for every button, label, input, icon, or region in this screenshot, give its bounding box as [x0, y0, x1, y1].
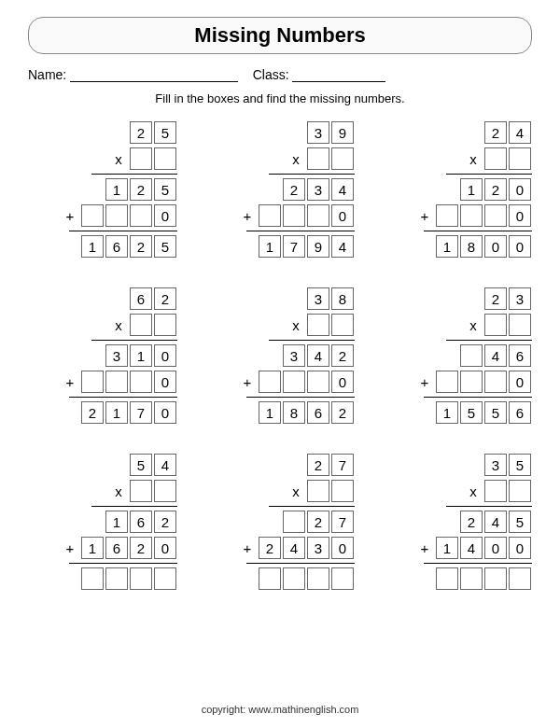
digit-cell[interactable]	[484, 371, 507, 393]
digit-cell[interactable]	[307, 314, 329, 336]
digit-cell[interactable]	[484, 314, 507, 336]
digit-cell: 4	[283, 537, 305, 559]
digit-cell[interactable]	[154, 480, 176, 502]
digit-cell: 0	[509, 537, 531, 559]
digit-cell[interactable]	[307, 480, 329, 502]
plus-op: +	[417, 208, 432, 224]
digit-cell: 1	[105, 401, 128, 424]
digit-cell[interactable]	[130, 204, 152, 227]
problem: 35x245+1400	[383, 451, 532, 593]
digit-cell[interactable]	[259, 204, 281, 227]
digit-cell: 0	[154, 401, 176, 424]
digit-cell[interactable]	[460, 567, 483, 590]
digit-cell[interactable]	[307, 147, 329, 170]
digit-cell: 2	[331, 344, 354, 367]
digit-cell: 0	[509, 235, 531, 258]
digit-cell[interactable]	[283, 511, 305, 533]
digit-cell[interactable]	[283, 567, 305, 590]
digit-cell: 0	[484, 235, 507, 258]
digit-cell: 6	[509, 344, 531, 367]
digit-cell: 3	[307, 537, 329, 559]
digit-cell[interactable]	[105, 204, 128, 227]
digit-cell[interactable]	[130, 371, 152, 393]
digit-cell[interactable]	[509, 567, 531, 590]
problem: 23x46+01556	[383, 285, 532, 427]
digit-cell[interactable]	[307, 371, 329, 393]
times-op: x	[111, 151, 126, 167]
name-field[interactable]	[70, 68, 238, 82]
digit-cell: 2	[154, 287, 176, 310]
digit-cell: 2	[484, 287, 507, 310]
digit-cell[interactable]	[331, 147, 354, 170]
digit-cell: 2	[130, 121, 152, 144]
digit-cell[interactable]	[154, 567, 176, 590]
digit-cell: 3	[509, 287, 531, 310]
digit-cell[interactable]	[130, 567, 152, 590]
digit-cell: 1	[436, 235, 458, 258]
digit-cell: 6	[105, 537, 128, 559]
digit-cell: 1	[436, 401, 458, 424]
digit-cell: 1	[130, 344, 152, 367]
digit-cell: 4	[509, 121, 531, 144]
digit-cell: 4	[307, 344, 329, 367]
meta-row: Name: Class:	[28, 67, 532, 82]
digit-cell[interactable]	[307, 567, 329, 590]
digit-cell[interactable]	[130, 147, 152, 170]
digit-cell[interactable]	[331, 314, 354, 336]
digit-cell[interactable]	[81, 204, 104, 227]
digit-cell: 7	[331, 454, 354, 476]
digit-cell[interactable]	[154, 314, 176, 336]
digit-cell: 7	[331, 511, 354, 533]
problem: 39x234+01794	[205, 119, 355, 260]
digit-cell: 2	[154, 511, 176, 533]
digit-cell[interactable]	[484, 204, 507, 227]
digit-cell[interactable]	[484, 147, 507, 170]
digit-cell[interactable]	[81, 567, 104, 590]
digit-cell: 5	[460, 401, 483, 424]
digit-cell[interactable]	[436, 204, 458, 227]
digit-cell: 2	[307, 511, 329, 533]
digit-cell: 3	[307, 121, 329, 144]
digit-cell[interactable]	[509, 480, 531, 502]
digit-cell[interactable]	[509, 314, 531, 336]
copyright: copyright: www.mathinenglish.com	[0, 704, 560, 715]
digit-cell[interactable]	[154, 147, 176, 170]
digit-cell: 6	[509, 401, 531, 424]
digit-cell[interactable]	[307, 204, 329, 227]
digit-cell: 5	[509, 511, 531, 533]
name-label: Name:	[28, 67, 66, 82]
digit-cell[interactable]	[130, 480, 152, 502]
times-op: x	[111, 317, 126, 333]
digit-cell[interactable]	[283, 371, 305, 393]
plus-op: +	[63, 540, 77, 556]
plus-op: +	[63, 208, 77, 224]
digit-cell[interactable]	[259, 371, 281, 393]
digit-cell[interactable]	[460, 344, 483, 367]
digit-cell: 2	[130, 178, 152, 201]
digit-cell[interactable]	[259, 567, 281, 590]
digit-cell[interactable]	[509, 147, 531, 170]
digit-cell[interactable]	[331, 567, 354, 590]
times-op: x	[288, 151, 303, 167]
digit-cell: 5	[509, 454, 531, 476]
digit-cell[interactable]	[105, 567, 128, 590]
digit-cell[interactable]	[81, 371, 104, 393]
digit-cell[interactable]	[331, 480, 354, 502]
digit-cell: 4	[331, 235, 354, 258]
class-field[interactable]	[292, 68, 385, 82]
digit-cell[interactable]	[130, 314, 152, 336]
digit-cell[interactable]	[484, 567, 507, 590]
digit-cell[interactable]	[484, 480, 507, 502]
times-op: x	[466, 317, 481, 333]
digit-cell[interactable]	[436, 371, 458, 393]
digit-cell[interactable]	[283, 204, 305, 227]
digit-cell[interactable]	[460, 371, 483, 393]
times-op: x	[466, 151, 481, 167]
digit-cell: 3	[484, 454, 507, 476]
problem: 27x27+2430	[205, 451, 355, 593]
digit-cell[interactable]	[460, 204, 483, 227]
problem: 38x342+01862	[205, 285, 355, 427]
digit-cell[interactable]	[105, 371, 128, 393]
digit-cell: 1	[259, 401, 281, 424]
digit-cell[interactable]	[436, 567, 458, 590]
